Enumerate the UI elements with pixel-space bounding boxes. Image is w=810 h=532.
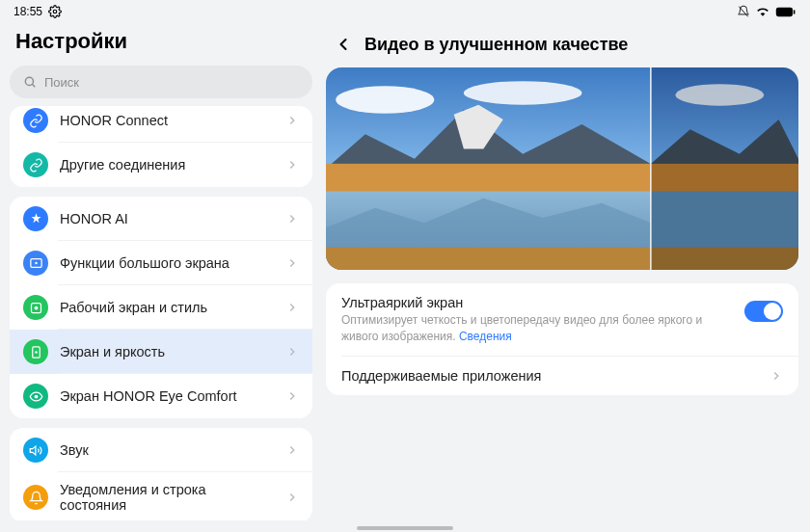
search-input[interactable]: Поиск <box>10 66 312 98</box>
ai-icon <box>23 206 48 231</box>
page-title: Видео в улучшенном качестве <box>364 35 628 55</box>
chevron-right-icon <box>285 491 299 504</box>
svg-rect-1 <box>776 7 793 15</box>
brightness-icon <box>23 339 48 364</box>
chevron-right-icon <box>770 369 783 383</box>
sidebar: Настройки Поиск HONOR ConnectДругие соед… <box>0 23 322 520</box>
chevron-right-icon <box>285 212 299 226</box>
sidebar-item-label: HONOR AI <box>60 211 274 226</box>
link-icon <box>23 152 48 177</box>
svg-point-10 <box>35 351 38 354</box>
sound-icon <box>23 438 48 463</box>
svg-point-11 <box>34 394 38 398</box>
setting-supported-apps[interactable]: Поддерживаемые приложения <box>326 357 798 395</box>
chevron-right-icon <box>285 345 299 359</box>
status-bar: 18:55 <box>0 0 810 23</box>
svg-rect-22 <box>326 248 651 270</box>
search-placeholder: Поиск <box>44 75 79 90</box>
setting-ultra-bright: Ультраяркий экран Оптимизирует четкость … <box>326 283 798 357</box>
sidebar-item-label: Другие соединения <box>60 157 274 173</box>
chevron-right-icon <box>285 389 299 403</box>
home-icon <box>23 295 48 320</box>
sidebar-item[interactable]: HONOR AI <box>10 197 312 241</box>
sidebar-item[interactable]: Другие соединения <box>10 143 312 187</box>
sidebar-item-label: Экран HONOR Eye Comfort <box>60 388 274 404</box>
chevron-right-icon <box>285 158 299 172</box>
setting-name: Ультраяркий экран <box>341 295 731 310</box>
sidebar-item[interactable]: Рабочий экран и стиль <box>10 285 312 330</box>
svg-rect-2 <box>794 10 796 14</box>
hero-image <box>326 67 798 270</box>
sidebar-item[interactable]: Уведомления и строка состояния <box>10 472 312 520</box>
sidebar-item-label: HONOR Connect <box>60 113 274 128</box>
chevron-right-icon <box>285 443 299 457</box>
chevron-right-icon <box>285 301 299 314</box>
sidebar-item[interactable]: Функции большого экрана <box>10 241 312 285</box>
setting-desc: Оптимизирует четкость и цветопередачу ви… <box>341 312 731 345</box>
ultra-bright-toggle[interactable] <box>744 301 783 322</box>
settings-card: Ультраяркий экран Оптимизирует четкость … <box>326 283 798 395</box>
svg-point-3 <box>25 77 33 85</box>
svg-point-0 <box>53 10 57 13</box>
search-icon <box>23 75 37 89</box>
sidebar-item[interactable]: Экран HONOR Eye Comfort <box>10 374 312 418</box>
svg-point-8 <box>34 306 38 309</box>
chevron-right-icon <box>285 114 299 127</box>
svg-line-4 <box>32 84 35 87</box>
svg-point-18 <box>464 81 581 104</box>
sidebar-item-label: Звук <box>60 442 274 458</box>
sidebar-item[interactable]: HONOR Connect <box>10 106 312 143</box>
sidebar-item[interactable]: Звук <box>10 428 312 472</box>
svg-point-17 <box>336 86 434 114</box>
home-indicator[interactable] <box>357 526 453 530</box>
bell-icon <box>23 485 48 510</box>
sidebar-item-label: Рабочий экран и стиль <box>60 300 274 315</box>
battery-icon <box>775 5 796 18</box>
eye-icon <box>23 384 48 409</box>
svg-point-24 <box>675 84 764 105</box>
link-icon <box>23 108 48 133</box>
svg-rect-25 <box>651 164 798 194</box>
sidebar-item[interactable]: Экран и яркость <box>10 330 312 374</box>
gear-icon <box>48 5 62 18</box>
sidebar-item-label: Функции большого экрана <box>60 255 274 271</box>
back-button[interactable] <box>332 33 355 56</box>
details-link[interactable]: Сведения <box>459 330 512 343</box>
sidebar-title: Настройки <box>15 29 307 54</box>
svg-point-6 <box>35 261 38 264</box>
dnd-icon <box>737 5 750 18</box>
status-time: 18:55 <box>14 5 42 18</box>
svg-rect-27 <box>651 248 798 270</box>
content-pane: Видео в улучшенном качестве <box>322 23 810 520</box>
svg-rect-20 <box>326 164 651 194</box>
wifi-icon <box>756 5 770 18</box>
screen-icon <box>23 251 48 276</box>
sidebar-item-label: Уведомления и строка состояния <box>60 482 274 513</box>
sidebar-item-label: Экран и яркость <box>60 344 274 359</box>
chevron-right-icon <box>285 256 299 270</box>
